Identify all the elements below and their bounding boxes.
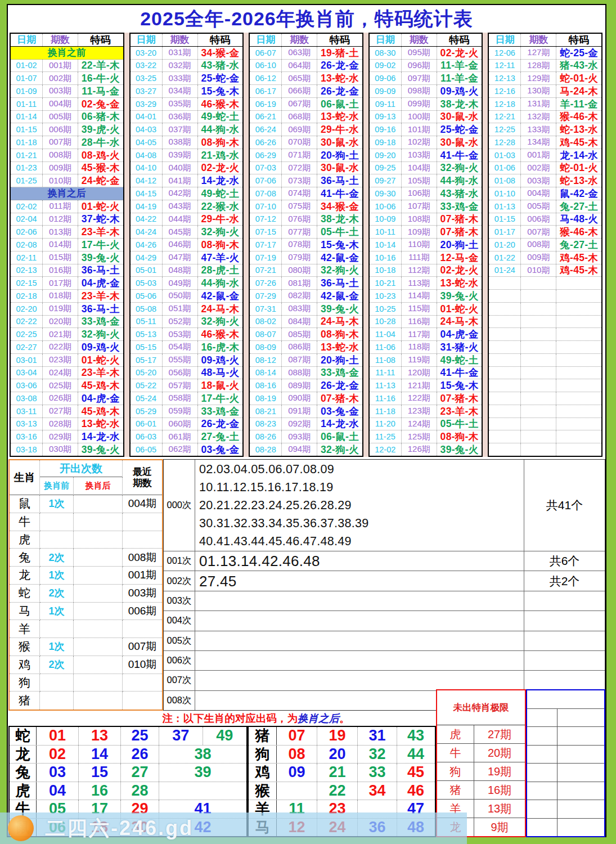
period-cell: 096期 [402, 60, 437, 72]
date-cell: 06-19 [250, 98, 282, 110]
date-cell: 06-07 [250, 47, 282, 59]
code-cell: 39-兔-火 [78, 443, 123, 456]
period-cell: 023期 [43, 354, 78, 366]
date-cell: 11-25 [370, 430, 402, 443]
code-cell: 马-48-火 [556, 213, 601, 226]
code-cell: 07-猪-木 [437, 213, 482, 226]
code-cell: 23-羊-木 [78, 367, 123, 379]
table-row: 08-28094期32-狗-火 [250, 443, 362, 456]
period-cell: 090期 [282, 392, 317, 405]
date-cell: 09-27 [370, 174, 402, 187]
empty-cell [556, 277, 601, 289]
table-row: 04-22044期29-牛-水 [131, 213, 243, 226]
header-date: 日期 [370, 34, 402, 46]
zodiac-number-cell: 09 [277, 764, 317, 782]
period-cell: 120期 [402, 367, 437, 379]
code-cell: 30-鼠-水 [437, 136, 482, 149]
date-cell: 08-21 [250, 405, 282, 417]
zodiac-number-row: 兔03152739 [10, 764, 246, 782]
date-cell: 05-08 [131, 303, 163, 315]
table-row: 09-13100期30-鼠-水 [370, 111, 482, 124]
code-cell: 15-兔-木 [317, 239, 362, 251]
blue-box-cell [557, 800, 604, 818]
date-cell: 11-16 [370, 392, 402, 405]
period-cell: 121期 [402, 379, 437, 392]
table-row: 01-08003期蛇-13-水 [489, 174, 601, 187]
code-cell: 龙-14-水 [556, 149, 601, 161]
period-cell: 005期 [521, 200, 556, 213]
table-row: 04-29047期47-羊-火 [131, 252, 243, 264]
stats-recent-cell: 001期 [123, 567, 162, 585]
date-cell: 03-01 [11, 354, 43, 366]
freq-label: 005次 [164, 631, 195, 650]
blue-box-cell [527, 709, 557, 727]
code-cell: 24-马-木 [198, 303, 243, 315]
date-cell: 09-30 [370, 187, 402, 200]
stats-recent-cell [123, 513, 162, 531]
date-cell: 05-15 [131, 341, 163, 353]
period-cell: 082期 [282, 290, 317, 302]
period-cell: 089期 [282, 379, 317, 392]
date-cell: 08-28 [250, 443, 282, 456]
period-cell: 013期 [43, 226, 78, 238]
stats-after-count-cell [74, 495, 123, 513]
code-cell: 24-马-木 [437, 316, 482, 328]
code-cell: 06-鼠-土 [317, 430, 362, 443]
table-row: 08-30095期02-龙-火 [370, 47, 482, 60]
code-cell: 29-牛-水 [317, 123, 362, 136]
main-table-group: 日期期数特码12-06127期蛇-25-金12-11128期猪-43-水12-1… [488, 33, 602, 457]
zodiac-number-cell: 31 [358, 727, 397, 745]
table-row: 05-03049期44-狗-水 [131, 277, 243, 290]
zodiac-name-cell: 鸡 [249, 764, 277, 782]
period-cell: 003期 [521, 174, 556, 187]
table-row: 11-25125期08-狗-木 [370, 430, 482, 443]
table-row: 06-21068期13-蛇-水 [250, 111, 362, 124]
empty-cell [556, 405, 601, 417]
period-cell: 020期 [43, 316, 78, 328]
code-cell: 28-牛-水 [78, 136, 123, 149]
empty-cell [489, 367, 521, 379]
freq-label: 000次 [164, 460, 195, 551]
period-cell: 036期 [163, 111, 198, 123]
period-cell: 066期 [282, 85, 317, 97]
freq-numbers [195, 611, 524, 630]
code-cell: 30-鼠-水 [437, 111, 482, 123]
date-cell: 09-09 [370, 85, 402, 97]
limit-row: 猪16期 [437, 781, 525, 800]
code-cell: 45-猴-木 [78, 162, 123, 174]
date-cell: 01-22 [489, 252, 521, 264]
table-row: 03-29035期46-猴-木 [131, 98, 243, 111]
date-cell: 04-03 [131, 123, 163, 136]
table-row: 03-13028期13-蛇-水 [11, 418, 123, 431]
code-cell: 37-蛇-木 [78, 213, 123, 226]
code-cell: 02-龙-火 [437, 264, 482, 277]
code-cell: 09-鸡-火 [437, 85, 482, 97]
date-cell: 09-11 [370, 98, 402, 110]
code-cell: 48-马-火 [198, 367, 243, 379]
main-table-group: 日期期数特码06-07063期19-猪-土06-10064期26-龙-金06-1… [249, 33, 363, 457]
date-cell: 01-14 [11, 111, 43, 123]
table-row: 11-11120期41-牛-金 [370, 367, 482, 380]
code-cell: 22-羊-木 [78, 60, 123, 72]
table-row: 01-13005期兔-27-土 [489, 200, 601, 213]
date-cell: 08-16 [250, 379, 282, 392]
code-cell: 32-狗-火 [198, 316, 243, 328]
note-prefix: 注：以下生肖的对应出码，为 [163, 712, 298, 724]
code-cell: 马-24-木 [556, 85, 601, 97]
table-row [489, 418, 601, 431]
code-cell: 43-猪-水 [437, 187, 482, 200]
freq-numbers: 01.13.14.42.46.48 [195, 551, 524, 571]
date-cell: 09-20 [370, 149, 402, 161]
period-cell: 092期 [282, 418, 317, 430]
table-header-row: 日期期数特码 [489, 34, 601, 47]
date-cell: 02-06 [11, 226, 43, 238]
freq-total: 共6个 [524, 551, 605, 571]
period-cell: 118期 [402, 341, 437, 353]
period-cell: 051期 [163, 303, 198, 315]
table-row: 10-28116期24-马-木 [370, 316, 482, 329]
period-cell: 052期 [163, 316, 198, 328]
date-cell: 01-03 [489, 149, 521, 161]
date-cell: 12-25 [489, 123, 521, 136]
code-cell: 05-牛-土 [437, 418, 482, 430]
period-cell: 112期 [402, 264, 437, 277]
